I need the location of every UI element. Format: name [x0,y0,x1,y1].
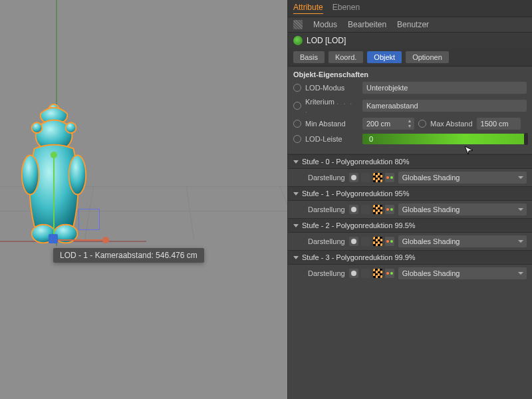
level-3-header[interactable]: Stufe - 3 - Polygonreduktion 99.9% [288,250,532,265]
level-1-display-select[interactable]: Globales Shading [398,203,527,215]
menu-bearbeiten[interactable]: Bearbeiten [348,20,386,29]
radio-criterion[interactable] [293,102,301,110]
field-min-dist[interactable]: 200 cm ▲▼ [362,118,414,130]
panel-mode-icon[interactable] [293,20,303,29]
chevron-down-icon [293,160,299,164]
level-2-header[interactable]: Stufe - 2 - Polygonreduktion 99.5% [288,218,532,233]
radio-min-dist[interactable] [293,120,301,128]
checker-icon[interactable] [373,173,382,182]
slider-end-handle[interactable] [524,133,528,145]
viewport-tooltip: LOD - 1 - Kameraabstand: 546.476 cm [53,248,204,263]
object-header: LOD [LOD] [288,33,532,49]
lod-slider[interactable]: 0 [362,134,527,144]
gizmo-x-axis[interactable] [53,239,105,241]
level-1: Stufe - 1 - Polygonreduktion 95% Darstel… [288,186,532,218]
color-dots-icon[interactable] [385,237,394,246]
eye-icon[interactable] [349,237,358,246]
radio-lod-bar[interactable] [293,135,301,143]
color-dots-icon[interactable] [385,269,394,278]
spacer-icon [361,237,370,246]
gizmo-z-handle[interactable] [49,234,58,243]
svg-point-4 [22,156,39,195]
row-lod-bar: LOD-Leiste 0 [288,132,532,154]
level-2: Stufe - 2 - Polygonreduktion 99.5% Darst… [288,218,532,250]
panel-tabs: Attribute Ebenen [288,0,532,17]
checker-icon[interactable] [373,237,382,246]
svg-point-3 [66,122,76,133]
level-2-display-label: Darstellung [308,237,345,245]
tab-layers[interactable]: Ebenen [332,3,360,14]
attribute-panel: Attribute Ebenen Modus Bearbeiten Benutz… [287,0,532,399]
level-0-header[interactable]: Stufe - 0 - Polygonreduktion 80% [288,154,532,169]
tab-attribute[interactable]: Attribute [293,3,323,14]
eye-icon[interactable] [349,205,358,214]
level-0: Stufe - 0 - Polygonreduktion 80% Darstel… [288,154,532,186]
level-0-display-select[interactable]: Globales Shading [398,172,527,184]
spacer-icon [361,205,370,214]
checker-icon[interactable] [373,269,382,278]
subtabs: Basis Koord. Objekt Optionen [288,49,532,66]
level-1-display-label: Darstellung [308,205,345,213]
row-distances: Min Abstand 200 cm ▲▼ Max Abstand 1500 c… [288,116,532,132]
lbl-lod-bar: LOD-Leiste [305,135,358,143]
level-1-header[interactable]: Stufe - 1 - Polygonreduktion 95% [288,186,532,201]
menu-modus[interactable]: Modus [313,20,337,29]
menu-benutzer[interactable]: Benutzer [397,20,429,29]
checker-icon[interactable] [373,205,382,214]
level-0-display-label: Darstellung [308,174,345,182]
subtab-koord[interactable]: Koord. [329,51,363,63]
lod-slider-value: 0 [369,135,373,143]
lbl-criterion: Kriterium . . . . [305,98,358,114]
spacer-icon [361,173,370,182]
min-dist-down[interactable]: ▼ [406,124,413,129]
row-lod-mode: LOD-Modus Unterobjekte [288,80,532,96]
eye-icon[interactable] [349,173,358,182]
slider-cursor-icon[interactable] [464,146,473,156]
radio-lod-mode[interactable] [293,84,301,92]
subtab-basis[interactable]: Basis [293,51,325,63]
lbl-max-dist: Max Abstand [430,120,473,128]
panel-menubar: Modus Bearbeiten Benutzer [288,17,532,33]
gizmo-y-axis[interactable] [53,156,55,242]
level-3-display-select[interactable]: Globales Shading [398,267,527,279]
level-2-display-select[interactable]: Globales Shading [398,235,527,247]
color-dots-icon[interactable] [385,173,394,182]
eye-icon[interactable] [349,269,358,278]
section-title: Objekt-Eigenschaften [288,66,532,80]
chevron-down-icon [293,256,299,259]
spacer-icon [361,269,370,278]
lbl-min-dist: Min Abstand [305,120,358,128]
svg-point-2 [32,122,43,133]
field-criterion[interactable]: Kameraabstand [362,100,527,112]
level-3-display-label: Darstellung [308,269,345,277]
transform-gizmo[interactable] [52,156,105,242]
radio-max-dist[interactable] [418,120,426,128]
level-3: Stufe - 3 - Polygonreduktion 99.9% Darst… [288,250,532,282]
color-dots-icon[interactable] [385,205,394,214]
subtab-optionen[interactable]: Optionen [406,51,449,63]
min-dist-up[interactable]: ▲ [406,118,413,124]
row-criterion: Kriterium . . . . Kameraabstand [288,96,532,116]
chevron-down-icon [293,192,299,196]
field-max-dist[interactable]: 1500 cm [477,118,521,130]
chevron-down-icon [293,224,299,227]
object-name: LOD [LOD] [307,36,346,45]
viewport[interactable]: LOD - 1 - Kameraabstand: 546.476 cm [0,0,287,399]
lbl-lod-mode: LOD-Modus [305,84,358,92]
subtab-objekt[interactable]: Objekt [367,51,402,63]
gizmo-plane-handle[interactable] [78,209,100,230]
field-lod-mode[interactable]: Unterobjekte [362,82,527,94]
lod-icon [293,36,303,45]
